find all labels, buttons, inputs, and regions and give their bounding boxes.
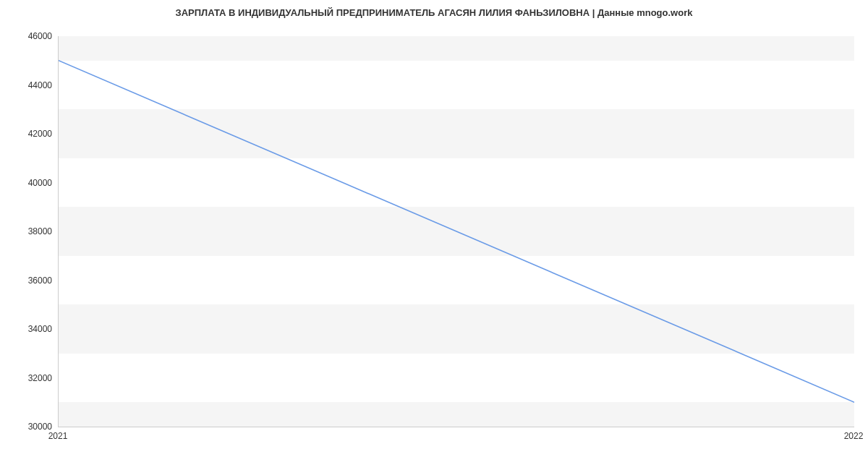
y-tick-label: 30000 bbox=[9, 422, 52, 432]
y-tick-label: 42000 bbox=[9, 129, 52, 139]
chart-container: ЗАРПЛАТА В ИНДИВИДУАЛЬНЫЙ ПРЕДПРИНИМАТЕЛ… bbox=[0, 0, 868, 470]
x-tick-label: 2021 bbox=[48, 431, 68, 441]
chart-title: ЗАРПЛАТА В ИНДИВИДУАЛЬНЫЙ ПРЕДПРИНИМАТЕЛ… bbox=[0, 7, 868, 18]
line-series bbox=[59, 36, 854, 427]
y-tick-label: 46000 bbox=[9, 31, 52, 41]
x-tick-label: 2022 bbox=[844, 431, 864, 441]
y-tick-label: 34000 bbox=[9, 324, 52, 334]
y-tick-label: 38000 bbox=[9, 226, 52, 236]
y-tick-label: 32000 bbox=[9, 373, 52, 383]
y-tick-label: 36000 bbox=[9, 275, 52, 286]
plot-area bbox=[58, 36, 854, 427]
y-tick-label: 44000 bbox=[9, 80, 52, 90]
y-tick-label: 40000 bbox=[9, 178, 52, 188]
